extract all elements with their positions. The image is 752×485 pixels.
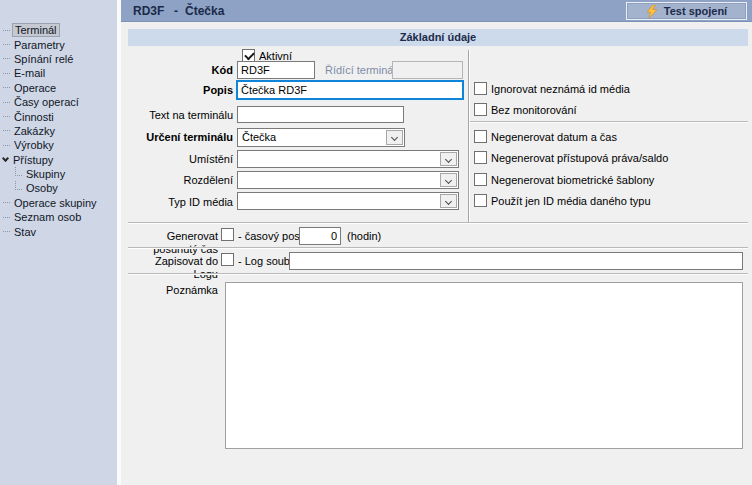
sidebar-item-parametry[interactable]: Parametry — [0, 37, 117, 51]
checkbox-negenerovat-datum-a-cas[interactable] — [474, 130, 487, 143]
sidebar-item-casy-operaci[interactable]: Časy operací — [0, 95, 117, 109]
sidebar-item-spinani-rele[interactable]: Spínání relé — [0, 52, 117, 66]
sidebar-item-label: Časy operací — [12, 96, 81, 108]
log-soubor-input[interactable] — [289, 252, 743, 270]
tree-dash-icon — [3, 217, 10, 218]
tree-dash-icon — [3, 44, 10, 45]
sidebar-item-operace-skupiny[interactable]: Operace skupiny — [0, 196, 117, 210]
sidebar-item-skupiny[interactable]: Skupiny — [0, 167, 117, 181]
tree-dash-icon — [3, 30, 10, 31]
checkbox-label: Negenerovat biometrické šablony — [491, 174, 654, 187]
sidebar-item-label: Operace skupiny — [12, 197, 99, 209]
checkbox-pouzit-jen-id-media-daneho-typu[interactable] — [474, 194, 487, 207]
checkbox-label: Ignorovat neznámá id média — [491, 83, 630, 96]
kod-input[interactable] — [237, 61, 315, 79]
tree-dash-icon — [3, 130, 10, 131]
sidebar-item-label: Seznam osob — [12, 211, 83, 223]
dropdown-button[interactable] — [440, 173, 457, 187]
chevron-down-icon — [391, 134, 398, 141]
sidebar-item-osoby[interactable]: Osoby — [0, 181, 117, 195]
tree-dash-icon — [3, 231, 10, 232]
sidebar-item-label: Parametry — [12, 39, 67, 51]
checkbox-ignorovat-neznama-id-media[interactable] — [474, 82, 487, 95]
urceni-terminalu-dropdown[interactable]: Čtečka — [237, 128, 405, 147]
app-window: Terminál Parametry Spínání relé E-mail O… — [0, 0, 752, 485]
dropdown-button[interactable] — [440, 152, 457, 166]
sidebar-item-stav[interactable]: Stav — [0, 224, 117, 238]
text-na-terminalu-input[interactable] — [237, 106, 404, 123]
sidebar-item-cinnosti[interactable]: Činnosti — [0, 109, 117, 123]
rozdeleni-dropdown[interactable] — [237, 171, 459, 189]
checkbox-bez-monitorovani[interactable] — [474, 103, 487, 116]
zapisovat-do-logu-label: Zapisovat do Logu — [128, 255, 218, 281]
sidebar-nav: Terminál Parametry Spínání relé E-mail O… — [0, 0, 117, 485]
ridici-terminal-input — [392, 61, 463, 79]
tree-dash-icon — [3, 58, 10, 59]
rozdeleni-label: Rozdělení — [123, 174, 233, 187]
sidebar-item-label: Terminál — [12, 23, 60, 37]
popis-input[interactable] — [237, 81, 463, 99]
lightning-icon — [646, 5, 658, 18]
generovat-posunuty-cas-label: Generovat posunutý čas — [128, 230, 218, 256]
urceni-terminalu-label: Určení terminálu — [123, 131, 233, 144]
row-divider — [128, 273, 748, 274]
sidebar-item-vyrobky[interactable]: Výrobky — [0, 138, 117, 152]
hodin-unit-label: (hodin) — [347, 230, 381, 243]
sidebar-item-pristupy[interactable]: Přístupy — [0, 153, 117, 167]
section-title: Základní údaje — [128, 29, 748, 46]
sidebar-item-label: Činnosti — [12, 111, 56, 123]
sidebar-item-label: Spínání relé — [12, 53, 75, 65]
checkbox-label: Použít jen ID média daného typu — [491, 195, 651, 208]
checkbox-group-divider — [470, 121, 748, 122]
tree-dash-icon — [3, 87, 10, 88]
header-bar: RD3F - Čtečka Test spojení — [121, 0, 752, 22]
dropdown-button[interactable] — [440, 194, 457, 208]
record-code: RD3F — [133, 4, 164, 18]
umisteni-label: Umístění — [123, 153, 233, 166]
title-separator: - — [174, 4, 178, 18]
checkbox-label: Bez monitorování — [491, 104, 577, 117]
checkbox-label: Negenerovat přístupová práva/saldo — [491, 152, 668, 165]
tree-dash-icon — [3, 145, 10, 146]
page-title: Čtečka — [185, 4, 224, 18]
row-divider — [128, 222, 748, 223]
sidebar-item-e-mail[interactable]: E-mail — [0, 66, 117, 80]
umisteni-dropdown[interactable] — [237, 150, 459, 168]
sidebar-item-zakazky[interactable]: Zakázky — [0, 124, 117, 138]
popis-label: Popis — [123, 84, 233, 97]
poznamka-label: Poznámka — [108, 284, 218, 297]
column-divider — [468, 50, 469, 222]
generovat-posunuty-cas-checkbox[interactable] — [221, 228, 234, 241]
tree-branch-icon — [15, 181, 22, 190]
checkbox-negenerovat-pristupova-prava-saldo[interactable] — [474, 151, 487, 164]
casovy-posun-input[interactable] — [299, 227, 341, 245]
text-na-terminalu-label: Text na terminálu — [123, 109, 233, 122]
checkbox-negenerovat-biometricke-sablony[interactable] — [474, 173, 487, 186]
sidebar-item-label: Zakázky — [12, 125, 57, 137]
poznamka-textarea[interactable] — [225, 282, 743, 449]
sidebar-item-label: Operace — [12, 82, 58, 94]
row-divider — [128, 247, 748, 248]
typ-id-media-dropdown[interactable] — [237, 192, 459, 210]
typ-id-media-label: Typ ID média — [123, 196, 233, 209]
dropdown-button[interactable] — [386, 130, 403, 145]
sidebar-item-label: Výrobky — [12, 139, 56, 151]
tree-dash-icon — [3, 202, 10, 203]
tree-expand-icon[interactable] — [2, 155, 9, 162]
test-connection-label: Test spojení — [664, 5, 727, 17]
chevron-down-icon — [445, 156, 452, 163]
sidebar-item-label: Skupiny — [24, 168, 67, 180]
urceni-terminalu-value: Čtečka — [242, 131, 276, 143]
zapisovat-do-logu-checkbox[interactable] — [221, 253, 234, 266]
tree-dash-icon — [3, 73, 10, 74]
sidebar-item-terminal[interactable]: Terminál — [0, 23, 117, 37]
checkbox-label: Negenerovat datum a čas — [491, 131, 617, 144]
sidebar-item-label: Stav — [12, 226, 38, 238]
sidebar-item-operace[interactable]: Operace — [0, 81, 117, 95]
sidebar-item-label: Osoby — [24, 182, 60, 194]
chevron-down-icon — [445, 198, 452, 205]
kod-label: Kód — [123, 64, 233, 77]
sidebar-item-seznam-osob[interactable]: Seznam osob — [0, 210, 117, 224]
sidebar-item-label: Přístupy — [11, 154, 55, 166]
test-connection-button[interactable]: Test spojení — [626, 2, 747, 20]
